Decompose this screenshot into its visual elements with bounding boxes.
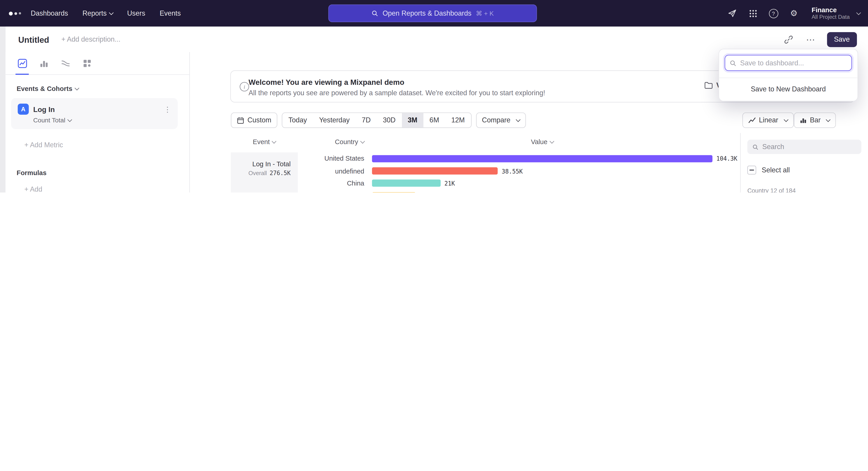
top-nav: Dashboards Reports Users Events Open Rep…	[0, 0, 868, 27]
select-all-checkbox[interactable]	[747, 166, 756, 174]
add-description[interactable]: + Add description...	[61, 35, 120, 43]
select-all-row[interactable]: Select all	[741, 162, 868, 178]
scale-label: Linear	[759, 116, 778, 124]
search-icon	[752, 144, 758, 150]
range-12m[interactable]: 12M	[445, 113, 471, 127]
range-group: TodayYesterday7D30D3M6M12M	[282, 112, 471, 128]
custom-date-button[interactable]: Custom	[231, 112, 277, 128]
project-scope: All Project Data	[811, 13, 850, 20]
segment-search-placeholder: Search	[762, 143, 784, 151]
custom-date-label: Custom	[248, 116, 271, 124]
calendar-icon	[237, 117, 244, 124]
event-header-label: Event	[253, 138, 270, 146]
range-yesterday[interactable]: Yesterday	[313, 113, 356, 127]
chevron-down-icon	[516, 117, 521, 122]
compare-button[interactable]: Compare	[476, 112, 526, 128]
event-column-header[interactable]: Event	[231, 138, 298, 146]
range-3m[interactable]: 3M	[402, 113, 423, 127]
bar-row-label: Japan	[298, 192, 364, 193]
bar[interactable]	[372, 192, 416, 193]
add-metric-button[interactable]: + Add Metric	[5, 141, 189, 149]
project-switcher[interactable]: Finance All Project Data	[811, 6, 860, 20]
help-icon[interactable]: ?	[768, 8, 778, 18]
formulas-label: Formulas	[17, 169, 46, 177]
visualization-tabs	[5, 52, 189, 75]
chevron-down-icon	[856, 10, 861, 15]
banner-subtitle: All the reports you see are powered by a…	[249, 89, 545, 97]
query-builder-sidebar: Events & Cohorts A Log In ⋮ Count Total …	[5, 52, 190, 193]
metric-card-login[interactable]: A Log In ⋮ Count Total	[11, 98, 178, 129]
tab-bar-chart[interactable]	[38, 52, 49, 74]
nav-reports[interactable]: Reports	[83, 9, 113, 17]
app-logo-icon[interactable]	[9, 11, 21, 15]
scale-selector-linear[interactable]: Linear	[742, 112, 794, 128]
more-options-button[interactable]: ⋯	[805, 33, 817, 46]
save-dashboard-popover: Save to dashboard... Save to New Dashboa…	[719, 49, 858, 101]
value-column-header[interactable]: Value	[372, 138, 712, 146]
report-header: Untitled + Add description... ⋯ Save	[5, 27, 868, 52]
collapsed-rail	[0, 27, 5, 193]
range-6m[interactable]: 6M	[423, 113, 445, 127]
global-search-button[interactable]: Open Reports & Dashboards ⌘ + K	[328, 4, 537, 22]
metric-event-name[interactable]: Log In	[33, 105, 163, 113]
tab-pivot[interactable]	[81, 52, 92, 74]
tab-flows[interactable]	[60, 52, 71, 74]
aggregation-selector[interactable]: Count Total	[11, 115, 178, 129]
value-header-label: Value	[531, 138, 548, 146]
bar[interactable]	[372, 180, 440, 187]
apps-grid-icon[interactable]	[748, 8, 758, 18]
bar[interactable]	[372, 168, 498, 175]
bar-row: Japan13.34K	[298, 189, 737, 193]
bar-value: 38.55K	[502, 168, 523, 174]
nav-events[interactable]: Events	[160, 9, 181, 17]
nav-dashboards[interactable]: Dashboards	[31, 9, 68, 17]
segment-panel: Search Select all Country 12 of 184 ✓Uni…	[740, 133, 868, 193]
save-dashboard-placeholder: Save to dashboard...	[740, 59, 804, 67]
global-search-placeholder: Open Reports & Dashboards	[382, 9, 471, 17]
bar-row: China21K	[298, 177, 737, 189]
chevron-down-icon	[67, 117, 72, 122]
select-all-label: Select all	[762, 166, 790, 174]
bar-value: 21K	[444, 180, 455, 187]
save-to-new-dashboard[interactable]: Save to New Dashboard	[719, 78, 857, 96]
event-series-panel[interactable]: Log In - Total Overall 276.5K	[231, 152, 298, 193]
date-toolbar: Custom TodayYesterday7D30D3M6M12M Compar…	[231, 112, 526, 128]
kebab-menu-icon[interactable]: ⋮	[163, 105, 172, 113]
chart-type-selector-bar[interactable]: Bar	[794, 112, 836, 128]
range-30d[interactable]: 30D	[377, 113, 402, 127]
mixpanel-insights-app: Dashboards Reports Users Events Open Rep…	[0, 0, 868, 193]
nav-reports-label: Reports	[83, 9, 107, 17]
formulas-heading: Formulas	[5, 169, 189, 177]
nav-users[interactable]: Users	[127, 9, 145, 17]
line-chart-icon	[748, 117, 756, 123]
bar[interactable]	[372, 155, 712, 162]
project-name: Finance	[811, 6, 850, 13]
range-7d[interactable]: 7D	[356, 113, 377, 127]
overall-label: Overall	[248, 170, 267, 176]
country-column-header[interactable]: Country	[298, 138, 364, 146]
tab-insights-chart[interactable]	[17, 52, 28, 74]
segment-search-input[interactable]: Search	[747, 140, 861, 154]
nav-right-cluster: ? ⚙ Finance All Project Data	[727, 0, 860, 27]
save-dashboard-search-input[interactable]: Save to dashboard...	[725, 55, 852, 71]
report-title[interactable]: Untitled	[18, 35, 49, 44]
bar-row-label: China	[298, 179, 364, 187]
bar-rows: United States104.3Kundefined38.55KChina2…	[298, 152, 737, 193]
share-link-icon[interactable]	[782, 33, 795, 46]
banner-title: Welcome! You are viewing a Mixpanel demo	[249, 78, 404, 86]
chevron-down-icon	[109, 10, 114, 15]
country-count-label: Country 12 of 184	[747, 187, 868, 193]
info-icon: i	[240, 82, 249, 91]
save-button[interactable]: Save	[827, 32, 857, 47]
add-formula-button[interactable]: + Add	[5, 185, 189, 193]
bar-row: undefined38.55K	[298, 165, 737, 177]
primary-nav: Dashboards Reports Users Events	[31, 9, 181, 17]
chevron-down-icon	[784, 117, 788, 122]
overall-value: 276.5K	[270, 170, 291, 176]
events-cohorts-heading[interactable]: Events & Cohorts	[5, 85, 189, 92]
send-icon[interactable]	[727, 8, 737, 18]
event-badge: A	[18, 104, 29, 115]
gear-icon[interactable]: ⚙	[789, 8, 799, 18]
chart-type-label: Bar	[810, 116, 821, 124]
range-today[interactable]: Today	[282, 113, 313, 127]
